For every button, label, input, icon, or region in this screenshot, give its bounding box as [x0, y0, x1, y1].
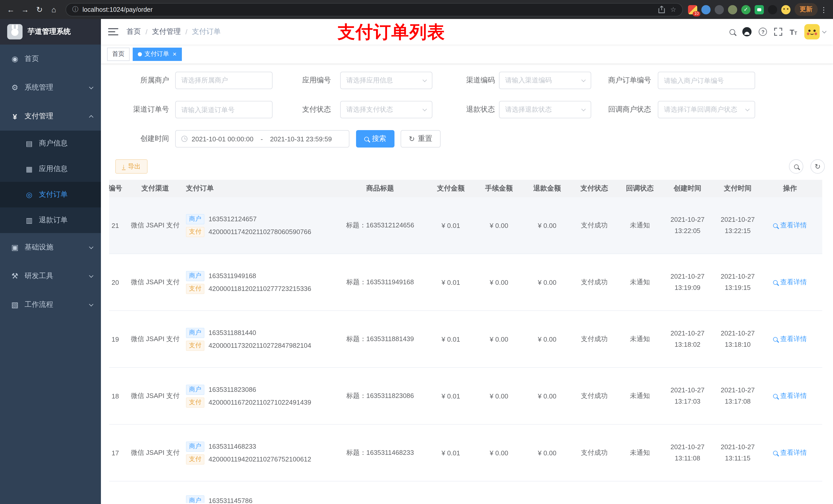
github-icon[interactable]	[743, 27, 752, 37]
reset-button[interactable]: ↻ 重置	[401, 130, 440, 147]
chevron-down-icon	[89, 245, 94, 249]
merchant-select[interactable]: 请选择所属商户	[175, 72, 272, 89]
close-icon[interactable]: ×	[173, 51, 176, 57]
cell-create-time: 2021-10-2713:19:09	[662, 271, 713, 293]
extension-icon[interactable]	[715, 5, 724, 14]
toggle-search-button[interactable]	[789, 159, 803, 174]
cell-id: 17	[109, 449, 126, 457]
cell-notify: 未通知	[617, 391, 662, 401]
address-bar[interactable]: ⓘ localhost:1024/pay/order ☆	[66, 3, 683, 16]
sidebar-item-payment[interactable]: ¥ 支付管理	[0, 102, 101, 130]
sidebar-item-system[interactable]: ⚙ 系统管理	[0, 73, 101, 102]
cell-notify: 未通知	[617, 334, 662, 344]
channel-order-no-input[interactable]	[175, 101, 272, 118]
magnifier-icon	[773, 451, 778, 455]
sidebar-logo[interactable]: 芋道管理系统	[0, 19, 101, 45]
pay-status-label: 支付状态	[272, 105, 340, 114]
hamburger-icon[interactable]	[108, 28, 118, 35]
view-detail-link[interactable]: 查看详情	[773, 221, 807, 230]
cell-fee: ¥ 0.00	[475, 392, 523, 400]
font-size-icon[interactable]: TT	[790, 28, 797, 35]
browser-menu-icon[interactable]: ⋮	[819, 5, 829, 14]
col-header-fee: 手续金额	[475, 184, 523, 193]
app-id-select[interactable]: 请选择应用信息	[340, 72, 432, 89]
tags-view: 首页 支付订单 ×	[101, 45, 833, 64]
cell-amount: ¥ 0.01	[427, 279, 475, 286]
view-detail-link[interactable]: 查看详情	[773, 448, 807, 457]
cell-channel: 微信 JSAPI 支付	[126, 334, 184, 344]
app-id-label: 应用编号	[272, 76, 340, 85]
notify-status-select[interactable]: 请选择订单回调商户状态	[658, 101, 755, 118]
extension-icon[interactable]	[728, 5, 737, 14]
chevron-down-icon	[581, 78, 586, 82]
cell-fee: ¥ 0.00	[475, 221, 523, 229]
merchant-tag: 商户	[186, 328, 205, 338]
cell-id: 21	[109, 221, 126, 229]
extension-icon[interactable]	[768, 5, 777, 14]
tab-home[interactable]: 首页	[107, 47, 129, 61]
view-detail-link[interactable]: 查看详情	[773, 278, 807, 287]
browser-home-icon[interactable]: ⌂	[47, 3, 61, 16]
browser-reload-icon[interactable]: ↻	[33, 3, 46, 16]
view-detail-link[interactable]: 查看详情	[773, 391, 807, 401]
bookmark-star-icon[interactable]: ☆	[670, 6, 676, 13]
app-title: 芋道管理系统	[28, 27, 71, 37]
pay-tag: 支付	[186, 397, 205, 407]
sidebar-item-workflow[interactable]: ▧ 工作流程	[0, 290, 101, 319]
avatar-image	[804, 24, 820, 40]
sidebar-item-refund-order[interactable]: ▥ 退款订单	[0, 208, 101, 233]
extension-icon[interactable]: ✓	[741, 5, 751, 14]
help-icon[interactable]: ?	[759, 28, 767, 36]
extension-icon[interactable]	[755, 5, 764, 14]
profile-avatar-icon[interactable]	[781, 5, 790, 14]
view-detail-link[interactable]: 查看详情	[773, 334, 807, 344]
sidebar-item-dev-tools[interactable]: ⚒ 研发工具	[0, 262, 101, 290]
fullscreen-icon[interactable]	[774, 28, 783, 36]
record-icon: ◎	[25, 191, 34, 199]
chrome-update-button[interactable]: 更新	[794, 3, 818, 16]
site-info-icon[interactable]: ⓘ	[72, 5, 78, 14]
merchant-order-no: 1635311823086	[209, 386, 256, 393]
search-icon[interactable]	[730, 29, 735, 34]
extension-icon[interactable]: 10	[688, 5, 697, 14]
breadcrumb-home[interactable]: 首页	[126, 27, 141, 37]
channel-code-select[interactable]: 请输入渠道编码	[499, 72, 591, 89]
cell-status: 支付成功	[571, 221, 617, 230]
table-toolbar: ↓ 导出 ↻	[109, 159, 825, 174]
cell-action: 查看详情	[763, 448, 817, 457]
tab-pay-order[interactable]: 支付订单 ×	[133, 47, 182, 61]
refund-status-select[interactable]: 请选择退款状态	[499, 101, 591, 118]
date-range-picker[interactable]: 2021-10-01 00:00:00 - 2021-10-31 23:59:5…	[175, 130, 349, 147]
search-button[interactable]: 搜索	[356, 130, 395, 147]
chevron-down-icon	[89, 273, 94, 278]
cell-id: 20	[109, 279, 126, 286]
merchant-order-no: 1635311468233	[209, 442, 256, 450]
col-header-channel: 支付渠道	[126, 184, 184, 193]
sidebar-item-home[interactable]: ◉ 首页	[0, 45, 101, 73]
merchant-order-no-input[interactable]	[658, 72, 755, 89]
sidebar-item-merchant-info[interactable]: ▤ 商户信息	[0, 130, 101, 156]
table-row: 21 微信 JSAPI 支付 商户1635312124657 支付4200001…	[109, 197, 822, 254]
extension-icon[interactable]	[701, 5, 711, 14]
share-icon[interactable]	[659, 6, 665, 13]
sidebar-item-app-info[interactable]: ▦ 应用信息	[0, 156, 101, 182]
cell-fee: ¥ 0.00	[475, 279, 523, 286]
cell-action: 查看详情	[763, 278, 817, 287]
pay-status-select[interactable]: 请选择支付状态	[340, 101, 432, 118]
cell-notify: 未通知	[617, 278, 662, 287]
refresh-table-button[interactable]: ↻	[810, 159, 825, 174]
cell-pay-time: 2021-10-2713:18:10	[713, 328, 763, 350]
sidebar-item-pay-order[interactable]: ◎ 支付订单	[0, 182, 101, 208]
cell-pay-time: 2021-10-2713:17:08	[713, 385, 763, 407]
cell-status: 支付成功	[571, 334, 617, 344]
refresh-icon: ↻	[409, 135, 415, 142]
cell-amount: ¥ 0.01	[427, 392, 475, 400]
cell-action: 查看详情	[763, 334, 817, 344]
breadcrumb-payment[interactable]: 支付管理	[152, 27, 181, 37]
browser-forward-icon[interactable]: →	[19, 3, 32, 16]
user-avatar[interactable]	[804, 24, 826, 40]
channel-order-no-label: 渠道订单号	[109, 105, 175, 114]
export-button[interactable]: ↓ 导出	[115, 159, 147, 174]
browser-back-icon[interactable]: ←	[4, 3, 18, 16]
sidebar-item-infrastructure[interactable]: ▣ 基础设施	[0, 233, 101, 262]
